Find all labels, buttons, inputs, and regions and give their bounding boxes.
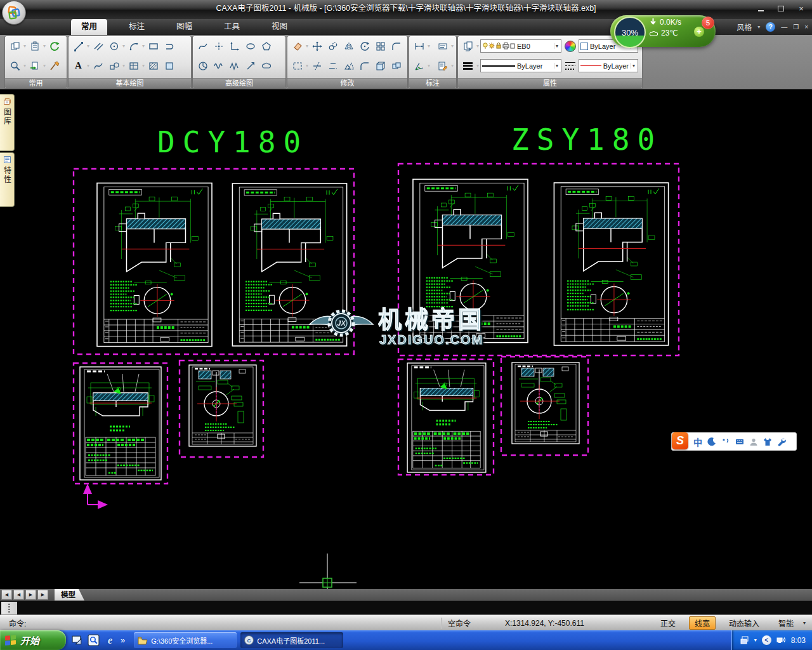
circle-dropdown-icon[interactable]: ▾ xyxy=(122,44,125,49)
snap-dropdown-icon[interactable]: ▾ xyxy=(803,621,806,626)
sidebar-tab-properties[interactable]: 特性 xyxy=(0,152,15,207)
doc-restore-button[interactable]: ❐ xyxy=(793,23,799,30)
taskbar-item-caxa[interactable]: C CAXA电子图板2011... xyxy=(240,632,343,648)
doc-close-button[interactable]: × xyxy=(804,23,808,30)
minimize-button[interactable] xyxy=(755,4,766,13)
command-history-window[interactable] xyxy=(0,600,812,615)
offset-button[interactable] xyxy=(325,38,340,54)
mirror-button[interactable] xyxy=(341,38,356,54)
circle-button[interactable] xyxy=(107,38,121,54)
revision-cloud-button[interactable] xyxy=(259,58,273,74)
join-button[interactable] xyxy=(389,58,403,74)
shapes-dropdown-icon[interactable]: ▾ xyxy=(122,63,125,69)
parallel-line-button[interactable] xyxy=(91,38,105,54)
smart-snap-toggle[interactable]: 智能 xyxy=(773,616,799,630)
zigzag-line-button[interactable] xyxy=(227,58,242,74)
region-button[interactable] xyxy=(162,58,176,74)
text-button[interactable]: A xyxy=(71,58,86,74)
dim-edit-button[interactable] xyxy=(435,58,450,74)
ime-punctuation-button[interactable] xyxy=(721,437,730,446)
style-brush-button[interactable] xyxy=(47,58,62,74)
show-desktop-button[interactable] xyxy=(71,634,83,646)
explode-button[interactable] xyxy=(373,58,388,74)
optimization-gauge[interactable]: 30% xyxy=(614,17,646,48)
copy-dropdown-icon[interactable]: ▾ xyxy=(23,44,26,49)
sogou-logo-icon[interactable]: S xyxy=(672,432,688,449)
erase-dropdown-icon[interactable]: ▾ xyxy=(306,44,308,49)
copy-button[interactable] xyxy=(8,38,22,54)
pie-button[interactable] xyxy=(195,58,210,74)
trim-button[interactable] xyxy=(310,58,324,74)
start-button[interactable]: 开始 xyxy=(0,630,66,650)
axis-button[interactable] xyxy=(227,38,242,54)
wave-line-button[interactable] xyxy=(211,58,226,74)
color-wheel-button[interactable] xyxy=(563,38,577,54)
ime-account-button[interactable] xyxy=(749,437,758,446)
linetype-combobox[interactable]: ByLayer ▾ xyxy=(480,59,561,72)
tab-view[interactable]: 视图 xyxy=(261,19,298,35)
point-button[interactable] xyxy=(211,38,226,54)
rectangle-button[interactable] xyxy=(146,38,160,54)
dcy180-flange-sheet[interactable] xyxy=(189,365,256,446)
ime-keyboard-button[interactable] xyxy=(735,437,744,446)
360-desktop-widget[interactable]: 30% 0.0K/s 23℃ 5 + xyxy=(610,15,716,47)
add-button[interactable]: + xyxy=(694,27,704,37)
text-dropdown-icon[interactable]: ▾ xyxy=(87,63,89,69)
closed-curve-button[interactable] xyxy=(162,38,176,54)
fillet-button[interactable] xyxy=(357,58,372,74)
linetype-combo-dropdown-icon[interactable]: ▾ xyxy=(554,63,560,69)
zsy180-flange-sheet[interactable] xyxy=(512,362,579,444)
linetype-manager-button[interactable] xyxy=(563,58,577,74)
tab-common[interactable]: 常用 xyxy=(71,19,107,35)
table-dropdown-icon[interactable]: ▾ xyxy=(142,63,145,69)
notification-badge[interactable]: 5 xyxy=(702,17,714,29)
select-dropdown-icon[interactable]: ▾ xyxy=(306,63,308,69)
dcy180-part-sheet[interactable] xyxy=(80,367,161,480)
ime-skin-button[interactable] xyxy=(763,437,772,446)
zoom-dropdown-icon[interactable]: ▾ xyxy=(23,63,26,69)
array-button[interactable] xyxy=(373,38,388,54)
rotate-button[interactable] xyxy=(357,38,372,54)
ie-launcher-button[interactable]: e xyxy=(104,634,116,646)
dim-angle-dropdown-icon[interactable]: ▾ xyxy=(428,63,430,69)
ime-moon-button[interactable] xyxy=(707,437,716,446)
last-sheet-button[interactable]: ▶ xyxy=(37,590,48,600)
layer-combo-dropdown-icon[interactable]: ▾ xyxy=(554,43,560,49)
layer-combobox[interactable]: EB0 ▾ xyxy=(480,39,561,53)
import-dropdown-icon[interactable]: ▾ xyxy=(43,63,46,69)
erase-button[interactable] xyxy=(290,38,304,54)
layer-tool-dropdown-icon[interactable]: ▾ xyxy=(476,44,479,49)
dim-tolerance-dropdown-icon[interactable]: ▾ xyxy=(451,44,454,49)
zsy180-part-sheet[interactable] xyxy=(407,363,486,472)
shapes-button[interactable] xyxy=(107,58,121,74)
dim-angle-button[interactable] xyxy=(412,58,426,74)
tray-restore-icon[interactable] xyxy=(740,635,749,645)
polygon-button[interactable] xyxy=(259,38,273,54)
layer-tool-button[interactable] xyxy=(461,38,475,54)
dim-linear-dropdown-icon[interactable]: ▾ xyxy=(428,44,430,49)
polyline-button[interactable] xyxy=(195,38,210,54)
paste-dropdown-icon[interactable]: ▾ xyxy=(43,44,46,49)
table-button[interactable] xyxy=(126,58,141,74)
network-status-icon[interactable] xyxy=(776,635,786,645)
dim-linear-button[interactable] xyxy=(412,38,426,54)
next-sheet-button[interactable]: ▶ xyxy=(25,590,36,600)
ellipse-button[interactable] xyxy=(243,38,258,54)
quick-launch-overflow-icon[interactable]: » xyxy=(121,635,125,645)
move-button[interactable] xyxy=(310,38,324,54)
ime-settings-button[interactable] xyxy=(777,437,786,446)
model-tab[interactable]: 模型 xyxy=(55,589,84,600)
style-dropdown-icon[interactable]: ▾ xyxy=(757,25,760,30)
extend-button[interactable] xyxy=(325,58,340,74)
scale-button[interactable] xyxy=(341,58,356,74)
dcy180-sheet-1[interactable] xyxy=(97,183,212,346)
hatch-button[interactable] xyxy=(146,58,160,74)
zsy180-sheet-2[interactable] xyxy=(554,183,668,345)
linestyle-combo-dropdown-icon[interactable]: ▾ xyxy=(631,63,636,69)
dynamic-input-toggle[interactable]: 动态输入 xyxy=(723,616,765,630)
paste-button[interactable] xyxy=(27,38,42,54)
line-button[interactable] xyxy=(71,38,86,54)
command-prompt[interactable]: 命令: xyxy=(9,618,26,628)
tab-tools[interactable]: 工具 xyxy=(214,19,250,35)
line-width-button[interactable] xyxy=(461,58,475,74)
